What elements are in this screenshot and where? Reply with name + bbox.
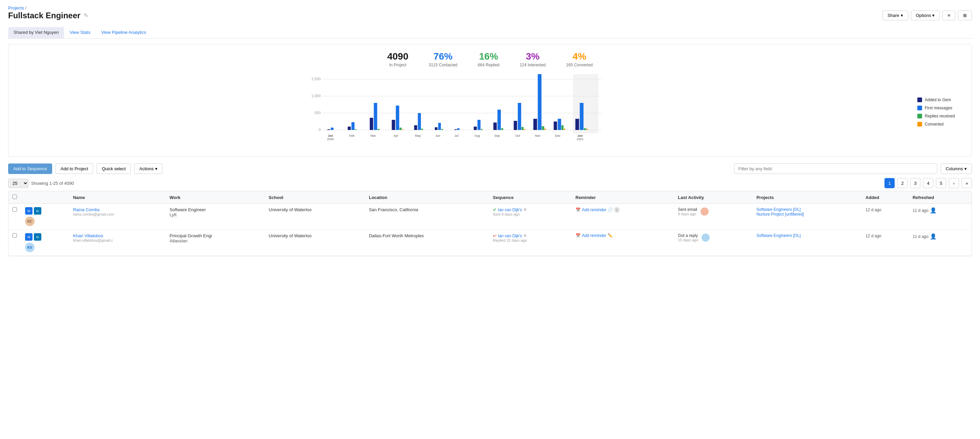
- row2-project-1[interactable]: Software Engineers [OL]: [756, 233, 858, 238]
- row2-location-cell: Dallas-Fort Worth Metroplex: [365, 230, 489, 256]
- row1-project-1[interactable]: Software Engineers [OL]: [756, 207, 858, 212]
- svg-rect-9: [331, 128, 334, 130]
- menu-icon: ≡: [948, 13, 950, 18]
- row2-checkbox[interactable]: [13, 233, 17, 238]
- row1-sequence-name[interactable]: Ian van Dijk's: [498, 208, 522, 212]
- row1-work-cell: Software Engineer Lyft: [165, 204, 265, 230]
- svg-rect-34: [457, 128, 460, 130]
- row2-refresh-icon[interactable]: 👤: [930, 233, 937, 239]
- row1-company: Lyft: [170, 212, 261, 217]
- row2-sequence-gear[interactable]: ⚙: [523, 233, 527, 238]
- row1-linkedin-icon[interactable]: in: [34, 207, 41, 215]
- svg-text:Apr: Apr: [393, 134, 398, 138]
- row2-icons-cell: ✉ in KV: [21, 230, 69, 256]
- svg-rect-27: [422, 128, 423, 130]
- row2-sequence-cell: ↩ Ian van Dijk's ⚙ Replied 22 days ago: [489, 230, 571, 256]
- row1-name[interactable]: Raina Combs: [73, 207, 161, 212]
- row1-sequence-gear[interactable]: ⚙: [523, 208, 527, 212]
- stat-replied: 16% 664 Replied: [477, 51, 499, 67]
- header-icons: [21, 191, 69, 204]
- calendar-icon: 📅: [576, 208, 581, 212]
- per-page-select[interactable]: 25 50 100: [8, 179, 29, 188]
- row2-company: Atlassian: [170, 238, 261, 243]
- legend-messages: First messages: [917, 106, 965, 110]
- svg-rect-17: [374, 103, 377, 130]
- row1-activity-avatar: [700, 208, 709, 216]
- actions-button[interactable]: Actions ▾: [134, 163, 162, 174]
- filter-input[interactable]: [734, 163, 937, 174]
- row2-notes-icon[interactable]: ✏️: [608, 233, 613, 238]
- next-page-button[interactable]: ›: [949, 178, 959, 188]
- header-work: Work: [165, 191, 265, 204]
- page-btn-4[interactable]: 4: [923, 178, 933, 188]
- breadcrumb-link[interactable]: Projects: [8, 5, 24, 11]
- tabs-row: Shared by Viet Nguyen View Stats View Pi…: [8, 27, 972, 39]
- page-btn-1[interactable]: 1: [885, 178, 895, 188]
- stat-interested: 3% 124 Interested: [520, 51, 546, 67]
- table-row: ✉ in RC Raina Combs raina.combs@gmail.co…: [8, 204, 972, 230]
- tab-shared[interactable]: Shared by Viet Nguyen: [8, 27, 64, 38]
- svg-rect-36: [474, 127, 477, 130]
- row1-refresh-icon[interactable]: 👤: [930, 207, 937, 214]
- row2-reminder[interactable]: Add reminder: [582, 233, 606, 238]
- row1-sequence-status: Sent 9 days ago: [493, 212, 567, 216]
- options-button[interactable]: Options ▾: [911, 11, 940, 20]
- header-last-activity: Last Activity: [674, 191, 752, 204]
- row2-sequence-name[interactable]: Ian van Dijk's: [498, 233, 522, 238]
- row2-name[interactable]: Khari Villalobos: [73, 233, 161, 238]
- row1-activity-time: 9 days ago: [678, 212, 697, 216]
- svg-text:May: May: [415, 134, 421, 138]
- share-button[interactable]: Share ▾: [883, 11, 908, 20]
- layout-button[interactable]: ⊞: [958, 11, 972, 20]
- page-btn-5[interactable]: 5: [936, 178, 946, 188]
- page-btn-3[interactable]: 3: [910, 178, 920, 188]
- add-sequence-button[interactable]: Add to Sequence: [8, 163, 52, 174]
- svg-rect-20: [392, 120, 395, 130]
- svg-rect-30: [438, 123, 441, 130]
- add-project-button[interactable]: Add to Project: [56, 163, 94, 174]
- svg-rect-13: [352, 122, 355, 130]
- svg-text:Sep: Sep: [494, 134, 500, 138]
- svg-rect-8: [328, 129, 330, 130]
- header-checkbox-cell: [8, 191, 21, 204]
- row1-activity-cell: Sent email 9 days ago: [674, 204, 752, 230]
- row1-reminder[interactable]: Add reminder: [582, 208, 606, 212]
- svg-text:Feb: Feb: [349, 134, 355, 138]
- last-page-button[interactable]: »: [962, 178, 972, 188]
- row2-checkbox-cell: [8, 230, 21, 256]
- row1-project-2[interactable]: Nurture Project [unfiltered]: [756, 212, 858, 217]
- svg-rect-12: [348, 127, 351, 130]
- svg-text:Oct: Oct: [515, 134, 520, 138]
- chart-main: 1,500 1,000 500 0 Jan 2020: [15, 74, 910, 150]
- svg-rect-61: [580, 103, 584, 130]
- tab-stats[interactable]: View Stats: [64, 27, 95, 38]
- svg-rect-40: [493, 122, 497, 130]
- svg-rect-62: [584, 128, 586, 130]
- edit-icon[interactable]: ✎: [84, 12, 88, 19]
- row1-reminder-cell: 📅 Add reminder 📄 1: [571, 204, 674, 230]
- row1-notes-icon[interactable]: 📄: [608, 208, 613, 212]
- quick-select-button[interactable]: Quick select: [97, 163, 131, 174]
- header-name: Name: [69, 191, 165, 204]
- breadcrumb: Projects /: [8, 5, 972, 11]
- tab-pipeline[interactable]: View Pipeline Analytics: [96, 27, 152, 38]
- table-row: ✉ in KV Khari Villalobos khari.villalobo…: [8, 230, 972, 256]
- showing-text: Showing 1-25 of 4090: [31, 181, 74, 186]
- layout-icon: ⊞: [963, 13, 967, 18]
- row2-linkedin-icon[interactable]: in: [34, 233, 41, 241]
- svg-rect-47: [524, 129, 525, 130]
- columns-button[interactable]: Columns ▾: [941, 163, 972, 174]
- page-btn-2[interactable]: 2: [897, 178, 907, 188]
- row2-work-title: Principal Growth Engi: [170, 233, 261, 238]
- svg-rect-45: [518, 103, 521, 130]
- svg-text:Aug: Aug: [474, 134, 480, 138]
- row1-email-icon[interactable]: ✉: [25, 207, 32, 215]
- select-all-checkbox[interactable]: [13, 195, 17, 199]
- menu-button[interactable]: ≡: [942, 11, 955, 20]
- table-header-row: Name Work School Location Sequence Remin…: [8, 191, 972, 204]
- svg-text:2021: 2021: [577, 138, 583, 141]
- row1-checkbox[interactable]: [13, 207, 17, 212]
- svg-rect-55: [558, 119, 561, 130]
- row2-email-icon[interactable]: ✉: [25, 233, 32, 241]
- row1-refreshed: 11 d ago: [913, 208, 929, 213]
